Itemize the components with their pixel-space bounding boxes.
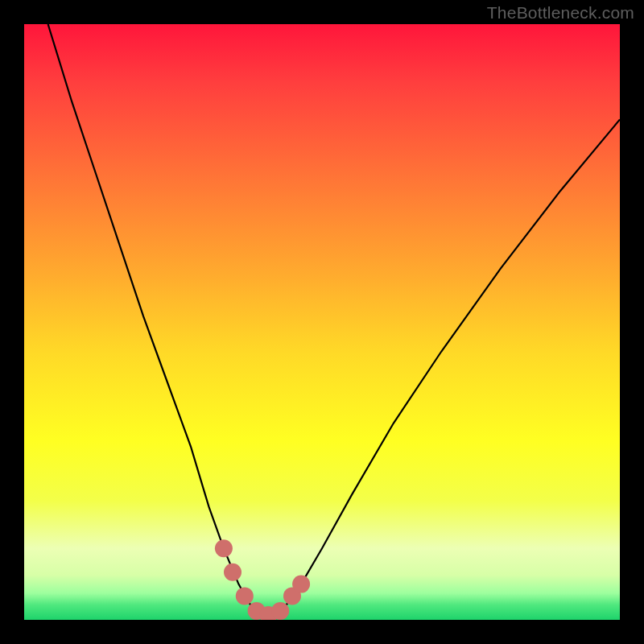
optimal-marker <box>224 564 242 581</box>
optimal-marker <box>215 539 233 557</box>
watermark-text: TheBottleneck.com <box>487 3 634 23</box>
bottleneck-curve <box>24 24 620 620</box>
near-optimal-markers <box>215 539 310 620</box>
plot-area <box>24 24 620 620</box>
optimal-marker <box>271 602 289 620</box>
curve-line <box>48 24 620 617</box>
chart-frame: TheBottleneck.com <box>0 0 644 644</box>
optimal-marker <box>236 587 254 605</box>
optimal-marker <box>292 576 310 593</box>
